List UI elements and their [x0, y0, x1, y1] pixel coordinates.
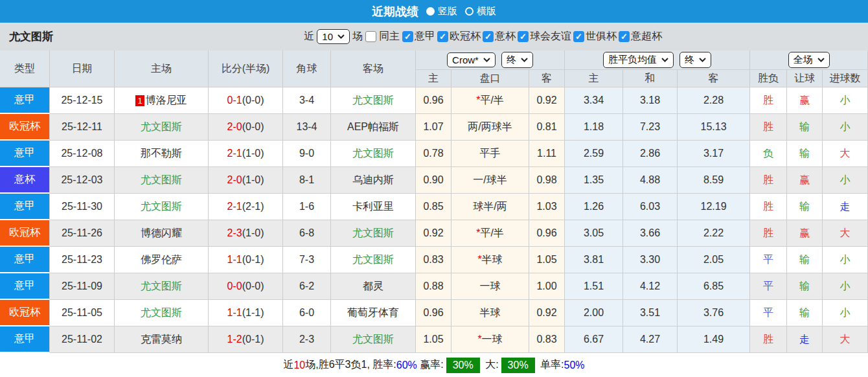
halftime-score: (1-0) — [242, 174, 264, 185]
subheader-goals: 进球数 — [823, 70, 868, 87]
home-team: 尤文图斯 — [141, 307, 182, 318]
avg-type-select[interactable]: 胜平负均值 — [603, 52, 674, 68]
cell-home: 尤文图斯 — [115, 273, 209, 300]
halftime-score: (0-1) — [242, 254, 264, 265]
cell-score: 2-0(0-0) — [209, 114, 283, 141]
cell-handicap-result: 输 — [787, 114, 823, 141]
same-home-checkbox[interactable] — [365, 31, 376, 42]
cell-avg-home: 1.51 — [565, 273, 623, 300]
home-team: 克雷莫纳 — [141, 334, 182, 345]
fulltime-score: 0-0 — [227, 280, 242, 291]
cell-goals: 大 — [823, 326, 868, 353]
topbar: 近期战绩 竖版 横版 — [0, 0, 868, 23]
cell-date: 25-12-11 — [50, 114, 115, 141]
odds-time-select[interactable]: 终 — [501, 52, 533, 68]
cell-avg-draw: 3.18 — [623, 87, 678, 114]
cell-avg-away: 2.22 — [678, 220, 750, 247]
league-checkbox[interactable]: ✓ — [573, 31, 584, 42]
summary-segment: 30% — [446, 358, 480, 373]
odds-company-select[interactable]: Crow* — [447, 52, 496, 67]
summary-segment: 10 — [293, 360, 305, 371]
scope-select[interactable]: 全场 — [788, 52, 830, 68]
league-checkbox[interactable]: ✓ — [619, 31, 630, 42]
cell-handicap-result: 赢 — [787, 167, 823, 194]
header-corners: 角球 — [283, 51, 331, 87]
chevron-down-icon — [661, 58, 668, 62]
radio-horizontal[interactable]: 横版 — [465, 5, 496, 17]
cell-home: 博德闪耀 — [115, 220, 209, 247]
fulltime-score: 0-1 — [227, 95, 242, 106]
table-row: 意甲 25-11-30 尤文图斯 2-1(2-1) 1-6 卡利亚里 0.85 … — [0, 194, 868, 220]
cell-date: 25-12-08 — [50, 141, 115, 167]
cell-away: 尤文图斯 — [331, 326, 416, 353]
cell-result: 平 — [750, 300, 787, 326]
handicap-text: 半球 — [482, 254, 503, 265]
odds-time-value: 终 — [507, 54, 516, 66]
cell-home-odds: 0.96 — [416, 87, 451, 114]
chevron-down-icon — [521, 58, 528, 62]
home-team: 博洛尼亚 — [146, 95, 187, 106]
radio-vertical[interactable]: 竖版 — [426, 5, 457, 17]
away-team: 尤文图斯 — [352, 254, 394, 265]
home-team: 尤文图斯 — [141, 201, 182, 212]
summary-segment: 50% — [564, 360, 585, 371]
table-row: 意甲 25-11-09 尤文图斯 0-0(0-0) 6-2 都灵 0.88 一球… — [0, 273, 868, 300]
summary-bar: 近10场,胜6平3负1, 胜率:60% 赢率:30% 大:30% 单率:50% — [0, 353, 868, 377]
cell-handicap-result: 赢 — [787, 87, 823, 114]
summary-segment: 近 — [283, 358, 293, 372]
cell-date: 25-11-23 — [50, 247, 115, 273]
cell-home-odds: 0.85 — [416, 194, 451, 220]
cell-avg-draw: 3.66 — [623, 220, 678, 247]
cell-home-odds: 0.83 — [416, 247, 451, 273]
table-row: 欧冠杯 25-11-26 博德闪耀 2-3(1-0) 6-8 尤文图斯 0.92… — [0, 220, 868, 247]
cell-home-odds: 0.96 — [416, 300, 451, 326]
cell-away-odds: 1.05 — [529, 247, 565, 273]
subheader-handicap: 盘口 — [451, 70, 529, 87]
league-filter: ✓ 欧冠杯 — [437, 30, 481, 43]
avg-time-select[interactable]: 终 — [680, 52, 711, 68]
cell-goals: 小 — [823, 300, 868, 326]
cell-score: 2-1(1-0) — [209, 141, 283, 167]
league-badge: 意甲 — [0, 141, 50, 167]
cell-avg-away: 6.85 — [678, 273, 750, 300]
cell-corners: 2-3 — [283, 326, 331, 353]
cell-handicap-result: 输 — [787, 300, 823, 326]
odds-header: Crow* 终 — [416, 51, 565, 70]
league-checkbox[interactable]: ✓ — [437, 31, 448, 42]
cell-result: 胜 — [750, 326, 787, 353]
cell-away-odds: 0.92 — [529, 87, 565, 114]
cell-home: 尤文图斯 — [115, 167, 209, 194]
cell-home: 尤文图斯 — [115, 300, 209, 326]
league-badge: 意甲 — [0, 247, 50, 273]
filter-bar: 尤文图斯 近 10 场 同主 ✓ 意甲 ✓ 欧冠杯 ✓ 意杯 ✓ 球会友谊 ✓ … — [0, 23, 868, 51]
fulltime-score: 2-0 — [227, 121, 242, 132]
cell-avg-away: 8.59 — [678, 167, 750, 194]
cell-away-odds: 0.81 — [529, 114, 565, 141]
header-type: 类型 — [0, 51, 50, 87]
subheader-avg-home: 主 — [565, 70, 623, 87]
cell-result: 胜 — [750, 194, 787, 220]
cell-home-odds: 0.92 — [416, 220, 451, 247]
league-checkbox[interactable]: ✓ — [402, 31, 413, 42]
home-team: 尤文图斯 — [141, 121, 182, 132]
cell-avg-away: 3.76 — [678, 300, 750, 326]
handicap-text: 半球 — [480, 307, 501, 318]
filters: 近 10 场 同主 ✓ 意甲 ✓ 欧冠杯 ✓ 意杯 ✓ 球会友谊 ✓ 世俱杯 ✓… — [304, 29, 662, 44]
match-count-select[interactable]: 10 — [317, 29, 350, 44]
cell-away-odds: 0.96 — [529, 220, 565, 247]
cell-avg-away: 2.28 — [678, 87, 750, 114]
away-team: 尤文图斯 — [352, 227, 394, 238]
header-date: 日期 — [50, 51, 115, 87]
halftime-score: (1-0) — [242, 227, 264, 238]
league-checkbox[interactable]: ✓ — [518, 31, 529, 42]
cell-away: 都灵 — [331, 273, 416, 300]
cell-score: 0-1(0-0) — [209, 87, 283, 114]
games-label: 场 — [352, 30, 363, 43]
cell-handicap-result: 输 — [787, 194, 823, 220]
cell-handicap: 半球 — [451, 300, 529, 326]
scope-value: 全场 — [794, 54, 813, 66]
radio-unselected-icon — [465, 7, 474, 16]
league-checkbox[interactable]: ✓ — [483, 31, 494, 42]
table-row: 意甲 25-11-02 克雷莫纳 1-2(0-1) 2-3 尤文图斯 1.05 … — [0, 326, 868, 353]
cell-avg-home: 1.35 — [565, 167, 623, 194]
